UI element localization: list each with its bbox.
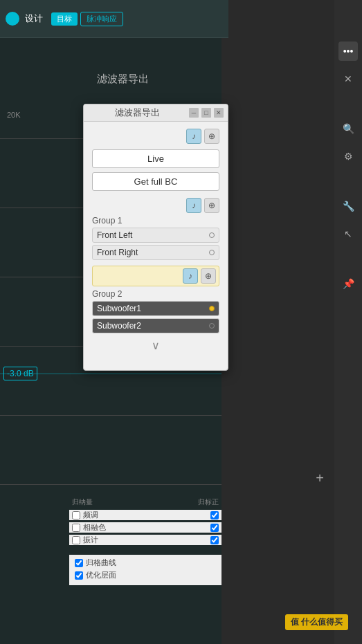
check-row-right-1 [210, 511, 219, 519]
watermark: 值 什么值得买 [285, 614, 348, 630]
teal-circle-icon [6, 12, 19, 26]
check-row-left-3: 振计 [72, 535, 98, 545]
line1-label: 归格曲线 [86, 558, 116, 568]
bottom-checks-panel: 归纳量 归标正 频调 相融色 振计 [69, 497, 221, 547]
group1-label: Group 1 [92, 216, 219, 226]
sidebar-icon-gear[interactable]: ⚙ [338, 147, 358, 166]
grid-line [0, 415, 221, 416]
settings-icon-g2[interactable]: ⊕ [201, 268, 216, 284]
target-chip: 目标 [51, 12, 78, 26]
panel-title-text: 滤波器导出 [88, 107, 186, 119]
col2-header: 归标正 [198, 497, 219, 507]
check-row-pingtiao: 频调 [69, 510, 221, 520]
front-right-dot [209, 250, 215, 255]
check-xiangrong-right[interactable] [210, 524, 219, 532]
settings-icon-top[interactable]: ⊕ [204, 129, 219, 144]
sidebar-icon-tool1[interactable]: 🔧 [338, 196, 358, 216]
zhenji-label: 振计 [83, 535, 98, 545]
group1-icons: ♪ ⊕ [92, 198, 219, 213]
design-label: 设计 [25, 12, 43, 25]
panel-titlebar: 滤波器导出 ─ □ ✕ [84, 104, 228, 122]
front-left-label: Front Left [97, 230, 132, 240]
check-row-zhenji: 振计 [69, 535, 221, 545]
front-right-label: Front Right [97, 248, 138, 257]
app-title: 滤波器导出 [97, 73, 149, 86]
filter-export-panel: 滤波器导出 ─ □ ✕ ♪ ⊕ Live Get full BC ♪ ⊕ Gro… [83, 104, 228, 371]
sidebar-icon-search[interactable]: 🔍 [338, 119, 358, 138]
chevron-down-button[interactable]: ∨ [92, 339, 219, 352]
music-note-icon-g2[interactable]: ♪ [183, 268, 198, 284]
music-note-icon-top[interactable]: ♪ [186, 129, 201, 144]
subwoofer1-label: Subwoofer1 [97, 304, 141, 313]
checks-header: 归纳量 归标正 [69, 497, 221, 507]
front-right-item[interactable]: Front Right [92, 245, 219, 260]
sidebar-icon-close[interactable]: ✕ [338, 69, 358, 89]
line2-label: 优化层面 [86, 570, 116, 580]
check-row-left-1: 频调 [72, 510, 98, 520]
front-left-item[interactable]: Front Left [92, 228, 219, 243]
right-sidebar: ••• ✕ 🔍 ⚙ 🔧 ↖ 📌 [334, 0, 362, 644]
group2-label: Group 2 [92, 289, 219, 299]
db-line [0, 374, 221, 374]
xiangrong-label: 相融色 [83, 522, 106, 533]
grid-line [0, 484, 221, 485]
col1-header: 归纳量 [72, 497, 93, 507]
check-row-right-3 [210, 536, 219, 544]
group2-section: ♪ ⊕ Group 2 Subwoofer1 Subwoofer2 [92, 266, 219, 333]
bottom-line2: 优化层面 [75, 570, 216, 580]
sidebar-icon-cursor[interactable]: ↖ [338, 224, 358, 243]
minimize-button[interactable]: ─ [189, 108, 199, 118]
bottom-line1: 归格曲线 [75, 558, 216, 568]
check-pingtiao-right[interactable] [210, 511, 219, 519]
subwoofer2-label: Subwoofer2 [97, 321, 141, 331]
check-xiangrong-left[interactable] [72, 524, 80, 532]
group2-icons: ♪ ⊕ [92, 266, 219, 286]
check-line1[interactable] [75, 559, 83, 567]
sidebar-icon-dots[interactable]: ••• [338, 42, 358, 61]
bottom-two-panel: 归格曲线 优化层面 [69, 555, 221, 585]
get-full-bc-button[interactable]: Get full BC [92, 172, 219, 191]
front-left-dot [209, 232, 215, 238]
settings-icon-g1[interactable]: ⊕ [204, 198, 219, 213]
check-row-right-2 [210, 524, 219, 532]
impulse-chip: 脉冲响应 [80, 12, 123, 26]
panel-top-icons: ♪ ⊕ [92, 129, 219, 144]
plus-button[interactable]: + [316, 470, 324, 486]
app-toolbar: 设计 目标 脉冲响应 [0, 0, 228, 38]
music-note-icon-g1[interactable]: ♪ [186, 198, 201, 213]
subwoofer2-item[interactable]: Subwoofer2 [92, 318, 219, 333]
pingtiao-label: 频调 [83, 510, 98, 520]
maximize-button[interactable]: □ [201, 108, 211, 118]
check-row-xiangrong: 相融色 [69, 522, 221, 533]
sidebar-icon-tool2[interactable]: 📌 [338, 274, 358, 293]
panel-body: ♪ ⊕ Live Get full BC ♪ ⊕ Group 1 Front L… [84, 122, 228, 359]
subwoofer2-dot [209, 323, 215, 329]
check-line2[interactable] [75, 571, 83, 580]
group1-section: ♪ ⊕ Group 1 Front Left Front Right [92, 198, 219, 260]
close-button[interactable]: ✕ [214, 108, 224, 118]
check-zhenji-left[interactable] [72, 536, 80, 544]
check-zhenji-right[interactable] [210, 536, 219, 544]
check-row-left-2: 相融色 [72, 522, 106, 533]
subwoofer1-dot [209, 306, 215, 311]
live-button[interactable]: Live [92, 149, 219, 168]
freq-label: 20K [7, 111, 21, 119]
check-pingtiao-left[interactable] [72, 511, 80, 519]
subwoofer1-item[interactable]: Subwoofer1 [92, 301, 219, 316]
